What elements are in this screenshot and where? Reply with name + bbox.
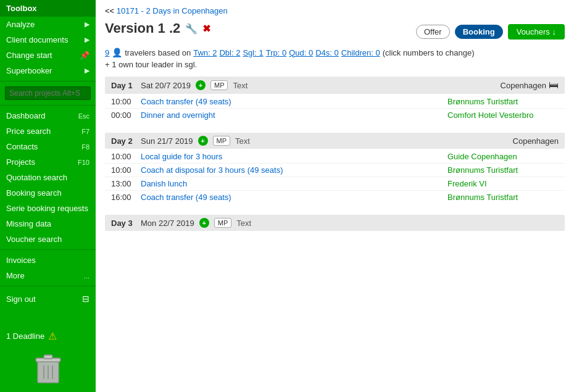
item-time: 00:00 (111, 111, 135, 120)
sign-out-label: Sign out (6, 294, 36, 304)
day-date-3: Mon 22/7 2019 (141, 219, 194, 228)
item-time: 10:00 (111, 97, 135, 106)
offer-button[interactable]: Offer (416, 25, 450, 39)
location-label-2: Copenhagen (513, 136, 559, 146)
vouchers-button[interactable]: Vouchers ↓ (508, 24, 565, 40)
day-items-2: 10:00 Local guide for 3 hours Guide Cope… (105, 149, 565, 205)
sidebar-item-change-start[interactable]: Change start 📌 (0, 48, 96, 63)
search-projects-input[interactable] (5, 86, 91, 100)
sidebar-item-label: Serie booking requests (6, 204, 88, 213)
trp-count[interactable]: Trp: 0 (266, 48, 286, 57)
children-count[interactable]: Children: 0 (341, 48, 380, 57)
sidebar-item-quotation-search[interactable]: Quotation search (0, 170, 96, 185)
dbl-count[interactable]: Dbl: 2 (219, 48, 240, 57)
chevron-right-icon: ▶ (85, 20, 89, 28)
sidebar-item-superbooker[interactable]: Superbooker ▶ (0, 63, 96, 78)
sidebar-item-contacts[interactable]: Contacts F8 (0, 139, 96, 154)
location-label-1: Copenhagen (501, 81, 546, 90)
divider (0, 105, 96, 106)
breadcrumb-link[interactable]: 10171 - 2 Days in Copenhagen (117, 6, 228, 15)
person-icon: 👤 (112, 48, 122, 57)
version-title: Version 1 .2 (105, 20, 180, 36)
qud-count[interactable]: Qud: 0 (289, 48, 313, 57)
item-supplier[interactable]: Comfort Hotel Vesterbro (447, 111, 559, 120)
item-name[interactable]: Coach transfer (49 seats) (141, 97, 441, 106)
item-name[interactable]: Coach at disposal for 3 hours (49 seats) (141, 165, 441, 175)
divider (0, 249, 96, 250)
item-time: 13:00 (111, 179, 135, 188)
day-header-2: Day 2 Sun 21/7 2019 + MP Text Copenhagen (105, 133, 565, 149)
hotel-icon-1: 🛏 (549, 80, 559, 91)
d4s-count[interactable]: D4s: 0 (315, 48, 339, 57)
sidebar-item-missing-data[interactable]: Missing data (0, 216, 96, 231)
traveler-count[interactable]: 9 (105, 48, 109, 57)
day-mp-button-1[interactable]: MP (210, 80, 228, 90)
day-items-1: 10:00 Coach transfer (49 seats) Brønnums… (105, 94, 565, 123)
sidebar-item-client-documents[interactable]: Client documents ▶ (0, 32, 96, 48)
sidebar-item-analyze[interactable]: Analyze ▶ (0, 17, 96, 32)
day-mp-button-2[interactable]: MP (213, 136, 231, 146)
item-name[interactable]: Dinner and overnight (141, 111, 441, 120)
sidebar-item-label: Missing data (6, 219, 51, 228)
sidebar-item-projects[interactable]: Projects F10 (0, 154, 96, 170)
sidebar-item-label: Contacts (6, 142, 38, 151)
close-icon[interactable]: ✖ (202, 23, 210, 35)
travelers-row: 9 👤 travelers based on Twn: 2 Dbl: 2 Sgl… (105, 48, 565, 57)
item-supplier[interactable]: Frederik VI (447, 179, 559, 188)
click-hint: (click numbers to change) (383, 48, 475, 57)
day-label-2: Day 2 (111, 136, 136, 146)
sidebar-item-serie-booking[interactable]: Serie booking requests (0, 201, 96, 216)
sidebar-item-label: Client documents (6, 35, 68, 44)
item-supplier[interactable]: Brønnums Turistfart (447, 97, 559, 106)
sidebar-item-voucher-search[interactable]: Voucher search (0, 231, 96, 247)
booking-button[interactable]: Booking (455, 25, 503, 39)
top-bar-right: Offer Booking Vouchers ↓ (416, 24, 565, 40)
day-text-button-1[interactable]: Text (233, 81, 247, 90)
warning-icon: ⚠ (48, 330, 57, 342)
sidebar-item-label: Change start (6, 51, 52, 60)
day-add-button-3[interactable]: + (199, 218, 209, 228)
key-hint: F7 (81, 128, 89, 135)
trash-icon (33, 352, 64, 386)
table-row: 10:00 Coach at disposal for 3 hours (49 … (105, 164, 565, 177)
deadline-item[interactable]: 1 Deadline ⚠ (0, 327, 96, 346)
item-name[interactable]: Danish lunch (141, 179, 441, 188)
sidebar-item-price-search[interactable]: Price search F7 (0, 123, 96, 139)
tour-leader-row: + 1 own tour leader in sgl. (105, 60, 565, 69)
table-row: 00:00 Dinner and overnight Comfort Hotel… (105, 109, 565, 122)
deadline-label: 1 Deadline (6, 332, 44, 341)
day-text-button-3[interactable]: Text (236, 219, 251, 228)
toolbox-header: Toolbox (0, 0, 96, 17)
day-mp-button-3[interactable]: MP (214, 218, 232, 228)
sidebar-item-label: Dashboard (6, 111, 46, 120)
day-add-button-1[interactable]: + (196, 80, 206, 90)
travelers-based-on: travelers based on (125, 48, 191, 57)
item-name[interactable]: Coach transfer (49 seats) (141, 193, 441, 202)
search-projects-field-wrapper[interactable] (0, 84, 96, 102)
sidebar: Toolbox Analyze ▶ Client documents ▶ Cha… (0, 0, 96, 392)
sidebar-item-more[interactable]: More ... (0, 268, 96, 283)
item-supplier[interactable]: Guide Copenhagen (447, 152, 559, 161)
sidebar-item-label: Analyze (6, 20, 35, 29)
sidebar-item-label: Invoices (6, 256, 36, 265)
table-row: 10:00 Local guide for 3 hours Guide Cope… (105, 150, 565, 164)
item-supplier[interactable]: Brønnums Turistfart (447, 193, 559, 202)
sign-out-button[interactable]: Sign out ⊟ (0, 289, 96, 309)
sidebar-item-booking-search[interactable]: Booking search (0, 185, 96, 201)
more-ellipsis: ... (84, 272, 89, 280)
sgl-count[interactable]: Sgl: 1 (243, 48, 263, 57)
day-location-2: Copenhagen (513, 136, 559, 146)
main-content: << 10171 - 2 Days in Copenhagen Version … (96, 0, 574, 392)
sidebar-item-invoices[interactable]: Invoices (0, 252, 96, 268)
sidebar-item-dashboard[interactable]: Dashboard Esc (0, 108, 96, 123)
sidebar-item-label: Voucher search (6, 235, 62, 244)
trash-area (0, 346, 96, 392)
item-name[interactable]: Local guide for 3 hours (141, 152, 441, 161)
table-row: 16:00 Coach transfer (49 seats) Brønnums… (105, 191, 565, 204)
sidebar-item-label: Price search (6, 127, 51, 136)
wrench-icon[interactable]: 🔧 (185, 23, 198, 35)
day-text-button-2[interactable]: Text (235, 136, 250, 146)
twn-count[interactable]: Twn: 2 (193, 48, 217, 57)
item-supplier[interactable]: Brønnums Turistfart (447, 165, 559, 175)
day-add-button-2[interactable]: + (198, 136, 208, 146)
